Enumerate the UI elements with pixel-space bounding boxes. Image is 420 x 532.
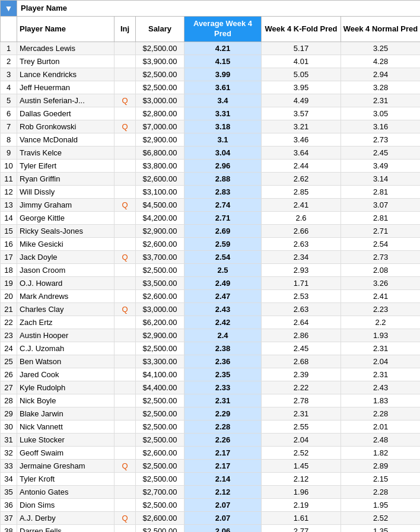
kfold-pred-cell: 2.04 — [262, 433, 341, 446]
table-row: 33Jermaine GreshamQ$2,500.002.171.452.89 — [1, 459, 421, 472]
table-row: 28Nick Boyle$2,500.002.312.781.83 — [1, 394, 421, 407]
player-name-col-header[interactable]: Player Name — [17, 17, 114, 42]
salary-cell: $4,400.00 — [136, 381, 184, 394]
normal-pred-cell: 2.04 — [341, 355, 421, 368]
normal-pred-cell: 3.16 — [341, 120, 421, 133]
player-name-cell: Dion Sims — [17, 498, 114, 511]
normal-pred-cell: 2.31 — [341, 342, 421, 355]
row-num: 35 — [1, 485, 17, 498]
kfold-pred-cell: 3.57 — [262, 107, 341, 120]
avg-pred-cell: 2.33 — [184, 381, 262, 394]
injury-cell — [114, 316, 136, 329]
table-row: 4Jeff Heuerman$2,500.003.613.953.28 — [1, 81, 421, 94]
kfold-pred-cell: 2.63 — [262, 237, 341, 250]
player-name-cell: Tyler Eifert — [17, 159, 114, 172]
injury-cell — [114, 433, 136, 446]
normal-pred-cell: 1.83 — [341, 394, 421, 407]
filter-dropdown[interactable]: ▼ — [1, 1, 17, 17]
table-row: 7Rob GronkowskiQ$7,000.003.183.213.16 — [1, 120, 421, 133]
row-num: 11 — [1, 172, 17, 185]
kfold-pred-cell: 2.86 — [262, 329, 341, 342]
table-row: 8Vance McDonald$2,900.003.13.462.73 — [1, 133, 421, 146]
row-num: 23 — [1, 329, 17, 342]
avg-pred-cell: 2.88 — [184, 172, 262, 185]
row-num: 15 — [1, 224, 17, 237]
table-row: 25Ben Watson$3,300.002.362.682.04 — [1, 355, 421, 368]
kfold-pred-cell: 2.22 — [262, 381, 341, 394]
salary-cell: $4,100.00 — [136, 368, 184, 381]
player-name-cell: Jeff Heuerman — [17, 81, 114, 94]
table-row: 10Tyler Eifert$3,800.002.962.443.49 — [1, 159, 421, 172]
avg-pred-cell: 2.49 — [184, 276, 262, 289]
table-row: 23Austin Hooper$2,900.002.42.861.93 — [1, 329, 421, 342]
player-name-cell: O.J. Howard — [17, 276, 114, 289]
kfold-pred-cell: 1.45 — [262, 459, 341, 472]
player-name-cell: Antonio Gates — [17, 485, 114, 498]
kfold-header[interactable]: Week 4 K-Fold Pred — [262, 17, 341, 42]
kfold-pred-cell: 2.66 — [262, 224, 341, 237]
row-num: 18 — [1, 263, 17, 276]
row-num: 1 — [1, 42, 17, 55]
player-name-cell: Jimmy Graham — [17, 198, 114, 211]
avg-pred-cell: 2.07 — [184, 498, 262, 511]
player-name-cell: Ben Watson — [17, 355, 114, 368]
kfold-pred-cell: 2.78 — [262, 394, 341, 407]
kfold-pred-cell: 1.71 — [262, 276, 341, 289]
row-num: 7 — [1, 120, 17, 133]
table-row: 1Mercades Lewis$2,500.004.215.173.25 — [1, 42, 421, 55]
player-name-cell: Will Dissly — [17, 185, 114, 198]
player-name-cell: Trey Burton — [17, 55, 114, 68]
avg-pred-cell: 4.21 — [184, 42, 262, 55]
table-row: 22Zach Ertz$6,200.002.422.642.2 — [1, 316, 421, 329]
normal-pred-cell: 1.93 — [341, 329, 421, 342]
salary-cell: $2,500.00 — [136, 498, 184, 511]
kfold-pred-cell: 2.39 — [262, 368, 341, 381]
player-name-cell: Charles Clay — [17, 302, 114, 316]
salary-cell: $2,500.00 — [136, 407, 184, 420]
kfold-pred-cell: 2.34 — [262, 250, 341, 263]
salary-header[interactable]: Salary — [136, 17, 184, 42]
player-name-cell: Nick Boyle — [17, 394, 114, 407]
player-name-cell: Ryan Griffin — [17, 172, 114, 185]
table-row: 11Ryan Griffin$2,600.002.882.623.14 — [1, 172, 421, 185]
row-num: 33 — [1, 459, 17, 472]
kfold-pred-cell: 3.21 — [262, 120, 341, 133]
normal-pred-cell: 2.28 — [341, 407, 421, 420]
player-name-cell: Jared Cook — [17, 368, 114, 381]
players-table: ▼ Player Name Player Name Inj Salary Ave… — [0, 0, 420, 532]
avg-week4-header[interactable]: Average Week 4 Pred — [184, 17, 262, 42]
normal-pred-cell: 2.45 — [341, 146, 421, 159]
table-row: 16Mike Gesicki$2,600.002.592.632.54 — [1, 237, 421, 250]
injury-cell: Q — [114, 120, 136, 133]
player-name-cell: Jermaine Gresham — [17, 459, 114, 472]
avg-pred-cell: 2.71 — [184, 211, 262, 224]
injury-cell — [114, 81, 136, 94]
table-row: 35Antonio Gates$2,700.002.121.962.28 — [1, 485, 421, 498]
row-num: 12 — [1, 185, 17, 198]
main-container: ▼ Player Name Player Name Inj Salary Ave… — [0, 0, 420, 532]
player-name-cell: Rob Gronkowski — [17, 120, 114, 133]
player-name-cell: Jack Doyle — [17, 250, 114, 263]
row-num: 17 — [1, 250, 17, 263]
kfold-pred-cell: 2.41 — [262, 198, 341, 211]
row-num: 37 — [1, 511, 17, 524]
salary-cell: $2,700.00 — [136, 485, 184, 498]
normal-pred-cell: 3.28 — [341, 81, 421, 94]
row-num: 27 — [1, 381, 17, 394]
normal-header[interactable]: Week 4 Normal Pred — [341, 17, 421, 42]
table-row: 34Tyler Kroft$2,500.002.142.122.15 — [1, 472, 421, 485]
avg-pred-cell: 2.83 — [184, 185, 262, 198]
inj-header[interactable]: Inj — [114, 17, 136, 42]
salary-cell: $2,500.00 — [136, 42, 184, 55]
injury-cell — [114, 524, 136, 532]
row-num: 20 — [1, 289, 17, 302]
table-row: 38Darren Fells$2,500.002.062.771.35 — [1, 524, 421, 532]
salary-cell: $3,000.00 — [136, 302, 184, 316]
normal-pred-cell: 3.07 — [341, 198, 421, 211]
avg-pred-cell: 2.4 — [184, 329, 262, 342]
table-row: 19O.J. Howard$3,500.002.491.713.26 — [1, 276, 421, 289]
table-body: 1Mercades Lewis$2,500.004.215.173.252Tre… — [1, 42, 421, 532]
normal-pred-cell: 2.41 — [341, 289, 421, 302]
kfold-pred-cell: 4.01 — [262, 55, 341, 68]
player-name-cell: Mike Gesicki — [17, 237, 114, 250]
